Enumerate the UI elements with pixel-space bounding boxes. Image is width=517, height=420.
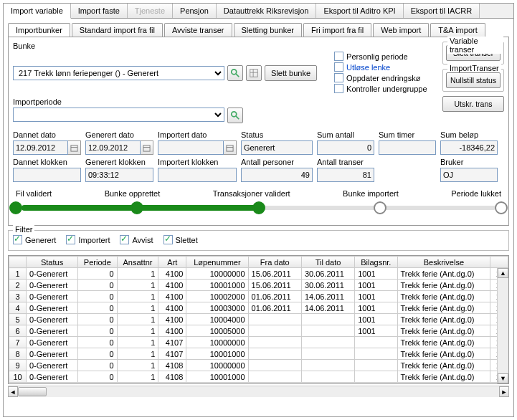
- inner-tab-importbunker[interactable]: Importbunker: [8, 23, 70, 37]
- input-dannet-dato[interactable]: [13, 140, 68, 155]
- top-tab-tjeneste[interactable]: Tjeneste: [128, 4, 173, 18]
- table-row[interactable]: 80-Generert01410710001000Trekk ferie (An…: [9, 348, 508, 360]
- filter-importert-checkbox[interactable]: [66, 235, 75, 244]
- progress-label: Periode lukket: [451, 189, 501, 198]
- input-importert-dato[interactable]: [158, 140, 224, 155]
- table-row[interactable]: 70-Generert01410710000000Trekk ferie (An…: [9, 337, 508, 348]
- filter-group: Filter GenerertImportertAvvistSlettet: [8, 230, 509, 251]
- table-row[interactable]: 30-Generert0141001000200001.06.201114.06…: [9, 291, 508, 302]
- vertical-scrollbar[interactable]: ▲ ▼: [497, 268, 508, 383]
- group-title: ImportTranser: [447, 64, 501, 72]
- input-generert-klokken[interactable]: [85, 168, 153, 182]
- table-row[interactable]: 50-Generert014100100040001001Trekk ferie…: [9, 314, 508, 325]
- import-transer-group: ImportTranser Nullstill status: [442, 69, 504, 92]
- col-header[interactable]: Periode: [78, 257, 117, 268]
- col-header[interactable]: Løpenummer: [186, 257, 248, 268]
- slett-bunke-button[interactable]: Slett bunke: [265, 65, 317, 81]
- col-header[interactable]: Bilagsnr.: [355, 257, 397, 268]
- input-antall-personer[interactable]: [241, 168, 313, 182]
- svg-line-1: [236, 74, 239, 77]
- scroll-left-icon[interactable]: ◄: [8, 386, 18, 397]
- field-label: Antall transer: [317, 158, 374, 166]
- progress-node: [9, 201, 22, 214]
- utlose-lenke-link[interactable]: Utløse lenke: [346, 63, 390, 72]
- bunke-select[interactable]: 217 Trekk lønn feriepenger () - Generert: [13, 66, 224, 80]
- grid-icon-button[interactable]: [246, 65, 262, 81]
- scroll-thumb[interactable]: [18, 387, 47, 396]
- filter-label: Importert: [78, 236, 110, 244]
- input-importert-klokken[interactable]: [158, 168, 237, 182]
- input-dannet-klokken[interactable]: [13, 168, 81, 182]
- top-tab-pensjon[interactable]: Pensjon: [173, 4, 217, 18]
- inner-tab-avviste-transer[interactable]: Avviste transer: [164, 23, 232, 37]
- progress-node: [374, 201, 386, 214]
- chk-label: Personlig periode: [346, 52, 408, 61]
- input-sum-beløp[interactable]: [440, 140, 498, 155]
- input-sum-timer[interactable]: [379, 140, 436, 155]
- importperiode-select[interactable]: [13, 108, 224, 122]
- field-label: Bruker: [440, 158, 498, 166]
- table-row[interactable]: 90-Generert01410810000000Trekk ferie (An…: [9, 360, 508, 371]
- inner-tab-fri-import-fra-fil[interactable]: Fri import fra fil: [303, 23, 371, 37]
- progress-label: Fil validert: [16, 189, 52, 198]
- filter-slettet-checkbox[interactable]: [163, 235, 173, 244]
- input-sum-antall[interactable]: [317, 140, 374, 155]
- inner-tab-t-a-import[interactable]: T&A import: [430, 23, 485, 37]
- filter-generert-checkbox[interactable]: [13, 235, 22, 244]
- top-tab-import-variable[interactable]: Import variable: [4, 4, 71, 19]
- field-label: Generert dato: [85, 130, 153, 139]
- utskr-trans-button[interactable]: Utskr. trans: [442, 96, 504, 112]
- top-tab-eksport-til-aditro-kpi[interactable]: Eksport til Aditro KPI: [316, 4, 403, 18]
- top-tab-datauttrekk-riksrevisjon[interactable]: Datauttrekk Riksrevisjon: [217, 4, 317, 18]
- svg-point-0: [232, 70, 237, 75]
- table-row[interactable]: 100-Generert01410810001000Trekk ferie (A…: [9, 371, 508, 383]
- table-row[interactable]: 40-Generert0141001000300001.06.201114.06…: [9, 302, 508, 314]
- top-tab-eksport-til-iacrr[interactable]: Eksport til IACRR: [404, 4, 480, 18]
- input-antall-transer[interactable]: [317, 168, 374, 182]
- input-generert-dato[interactable]: [85, 140, 141, 155]
- inner-tab-standard-import-fra-fil[interactable]: Standard import fra fil: [72, 23, 163, 37]
- field-label: Generert klokken: [85, 158, 153, 166]
- inner-tab-sletting-bunker[interactable]: Sletting bunker: [234, 23, 302, 37]
- input-bruker[interactable]: [440, 168, 498, 182]
- field-label: Dannet klokken: [13, 158, 81, 166]
- scroll-up-icon[interactable]: ▲: [498, 268, 508, 278]
- col-header[interactable]: Til dato: [301, 257, 354, 268]
- col-header[interactable]: Fra dato: [248, 257, 301, 268]
- search-periode-button[interactable]: [227, 108, 243, 123]
- bunke-label: Bunke: [13, 42, 443, 50]
- calendar-icon[interactable]: [141, 140, 153, 155]
- col-header[interactable]: Status: [27, 257, 78, 268]
- calendar-icon[interactable]: [224, 140, 237, 155]
- input-status[interactable]: [241, 140, 313, 155]
- svg-rect-7: [71, 145, 77, 151]
- importperiode-label: Importperiode: [13, 97, 443, 106]
- table-row[interactable]: 20-Generert0141001000100015.06.201130.06…: [9, 280, 508, 291]
- col-header[interactable]: [9, 257, 27, 268]
- utlose-lenke-checkbox[interactable]: [334, 62, 343, 72]
- scroll-down-icon[interactable]: ▼: [498, 373, 508, 383]
- col-header[interactable]: Ansattnr: [117, 257, 158, 268]
- top-tab-import-faste[interactable]: Import faste: [71, 4, 128, 18]
- filter-avvist-checkbox[interactable]: [120, 235, 129, 244]
- inner-tab-web-import[interactable]: Web import: [373, 23, 429, 37]
- variable-transer-group: Variable transer Slett transer: [442, 42, 504, 65]
- table-row[interactable]: 60-Generert014100100050001001Trekk ferie…: [9, 325, 508, 337]
- col-header[interactable]: [490, 257, 508, 268]
- scroll-right-icon[interactable]: ►: [499, 386, 509, 397]
- search-bunke-button[interactable]: [227, 65, 243, 81]
- table-row[interactable]: 10-Generert0141001000000015.06.201130.06…: [9, 268, 508, 280]
- horizontal-scrollbar[interactable]: ◄ ►: [8, 386, 509, 397]
- kontroller-undergruppe-checkbox[interactable]: [334, 84, 343, 93]
- col-header[interactable]: Beskrivelse: [397, 257, 490, 268]
- personlig-periode-checkbox[interactable]: [334, 52, 343, 61]
- oppdater-endringsko-checkbox[interactable]: [334, 73, 343, 82]
- calendar-icon[interactable]: [68, 140, 81, 155]
- chk-label: Oppdater endringskø: [346, 74, 420, 82]
- progress-node: [495, 201, 508, 214]
- chk-label: Kontroller undergruppe: [346, 85, 427, 93]
- col-header[interactable]: Art: [158, 257, 186, 268]
- nullstill-status-button[interactable]: Nullstill status: [446, 72, 501, 88]
- svg-rect-2: [250, 70, 258, 77]
- svg-rect-11: [227, 145, 233, 151]
